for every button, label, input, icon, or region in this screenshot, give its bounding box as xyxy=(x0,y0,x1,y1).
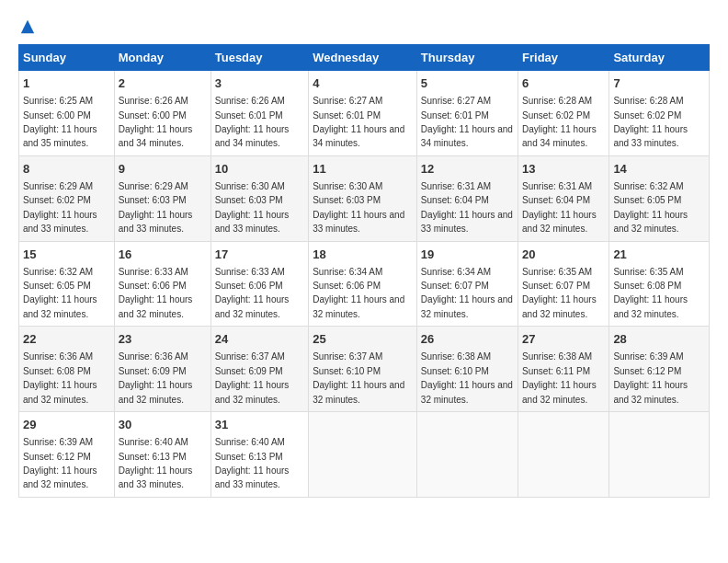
day-sunset: Sunset: 6:03 PM xyxy=(313,195,381,205)
day-number: 14 xyxy=(613,161,705,178)
day-sunrise: Sunrise: 6:33 AM xyxy=(215,267,285,277)
day-number: 6 xyxy=(522,75,605,92)
day-sunrise: Sunrise: 6:35 AM xyxy=(522,267,592,277)
day-daylight: Daylight: 11 hours and 32 minutes. xyxy=(613,380,688,404)
day-number: 9 xyxy=(119,161,207,178)
day-daylight: Daylight: 11 hours and 33 minutes. xyxy=(23,210,97,234)
day-daylight: Daylight: 11 hours and 32 minutes. xyxy=(421,294,513,318)
calendar-cell: 31Sunrise: 6:40 AMSunset: 6:13 PMDayligh… xyxy=(210,412,308,498)
day-number: 26 xyxy=(421,331,514,348)
col-header-tuesday: Tuesday xyxy=(210,45,308,71)
calendar-cell: 2Sunrise: 6:26 AMSunset: 6:00 PMDaylight… xyxy=(114,71,210,156)
calendar-row: 8Sunrise: 6:29 AMSunset: 6:02 PMDaylight… xyxy=(19,155,710,241)
calendar-cell: 13Sunrise: 6:31 AMSunset: 6:04 PMDayligh… xyxy=(518,155,609,241)
day-daylight: Daylight: 11 hours and 32 minutes. xyxy=(119,380,193,404)
calendar-cell: 10Sunrise: 6:30 AMSunset: 6:03 PMDayligh… xyxy=(210,155,308,241)
calendar-cell: 26Sunrise: 6:38 AMSunset: 6:10 PMDayligh… xyxy=(416,327,518,412)
day-number: 4 xyxy=(313,75,413,92)
day-sunrise: Sunrise: 6:32 AM xyxy=(613,181,683,191)
calendar-cell: 17Sunrise: 6:33 AMSunset: 6:06 PMDayligh… xyxy=(210,241,308,327)
calendar-row: 1Sunrise: 6:25 AMSunset: 6:00 PMDaylight… xyxy=(19,71,710,156)
day-sunset: Sunset: 6:06 PM xyxy=(215,281,283,291)
day-daylight: Daylight: 11 hours and 33 minutes. xyxy=(215,465,290,489)
day-number: 8 xyxy=(23,161,110,178)
day-sunset: Sunset: 6:00 PM xyxy=(119,110,187,121)
day-sunset: Sunset: 6:03 PM xyxy=(215,195,283,205)
day-daylight: Daylight: 11 hours and 33 minutes. xyxy=(313,210,404,234)
day-sunrise: Sunrise: 6:36 AM xyxy=(23,351,93,362)
day-daylight: Daylight: 11 hours and 32 minutes. xyxy=(23,465,97,489)
calendar-cell: 22Sunrise: 6:36 AMSunset: 6:08 PMDayligh… xyxy=(19,327,115,412)
calendar-row: 29Sunrise: 6:39 AMSunset: 6:12 PMDayligh… xyxy=(19,412,710,498)
day-sunset: Sunset: 6:00 PM xyxy=(23,110,91,121)
day-sunset: Sunset: 6:09 PM xyxy=(215,366,283,376)
day-sunset: Sunset: 6:13 PM xyxy=(215,452,283,462)
day-sunrise: Sunrise: 6:25 AM xyxy=(23,96,93,106)
calendar-cell: 14Sunrise: 6:32 AMSunset: 6:05 PMDayligh… xyxy=(609,155,710,241)
day-sunrise: Sunrise: 6:33 AM xyxy=(119,267,188,277)
calendar-row: 15Sunrise: 6:32 AMSunset: 6:05 PMDayligh… xyxy=(19,241,710,327)
day-sunset: Sunset: 6:07 PM xyxy=(421,281,489,291)
day-sunrise: Sunrise: 6:38 AM xyxy=(421,351,491,362)
day-sunset: Sunset: 6:01 PM xyxy=(421,110,489,121)
day-sunrise: Sunrise: 6:39 AM xyxy=(23,437,93,447)
col-header-friday: Friday xyxy=(518,45,609,71)
day-number: 10 xyxy=(215,161,304,178)
day-sunrise: Sunrise: 6:40 AM xyxy=(215,437,285,447)
day-sunset: Sunset: 6:02 PM xyxy=(23,195,91,205)
day-number: 15 xyxy=(23,247,110,263)
calendar-cell: 7Sunrise: 6:28 AMSunset: 6:02 PMDaylight… xyxy=(609,71,710,156)
day-sunset: Sunset: 6:06 PM xyxy=(313,281,381,291)
day-daylight: Daylight: 11 hours and 34 minutes. xyxy=(119,124,193,148)
day-sunset: Sunset: 6:01 PM xyxy=(313,110,381,121)
day-daylight: Daylight: 11 hours and 32 minutes. xyxy=(313,380,404,404)
day-sunset: Sunset: 6:09 PM xyxy=(119,366,187,376)
calendar-cell: 23Sunrise: 6:36 AMSunset: 6:09 PMDayligh… xyxy=(114,327,210,412)
day-daylight: Daylight: 11 hours and 34 minutes. xyxy=(421,124,513,148)
day-sunrise: Sunrise: 6:34 AM xyxy=(313,267,382,277)
day-daylight: Daylight: 11 hours and 33 minutes. xyxy=(119,210,193,234)
day-daylight: Daylight: 11 hours and 32 minutes. xyxy=(215,380,290,404)
day-daylight: Daylight: 11 hours and 32 minutes. xyxy=(522,294,597,318)
day-number: 24 xyxy=(215,331,304,348)
day-number: 30 xyxy=(119,417,207,433)
col-header-saturday: Saturday xyxy=(609,45,710,71)
day-daylight: Daylight: 11 hours and 32 minutes. xyxy=(215,294,290,318)
logo xyxy=(18,18,37,35)
day-sunset: Sunset: 6:06 PM xyxy=(119,281,187,291)
day-sunrise: Sunrise: 6:36 AM xyxy=(119,351,188,362)
day-sunset: Sunset: 6:11 PM xyxy=(522,366,590,376)
calendar-cell: 21Sunrise: 6:35 AMSunset: 6:08 PMDayligh… xyxy=(609,241,710,327)
day-sunrise: Sunrise: 6:27 AM xyxy=(421,96,491,106)
day-daylight: Daylight: 11 hours and 32 minutes. xyxy=(23,380,97,404)
calendar-cell: 28Sunrise: 6:39 AMSunset: 6:12 PMDayligh… xyxy=(609,327,710,412)
day-sunrise: Sunrise: 6:37 AM xyxy=(313,351,382,362)
calendar-table: SundayMondayTuesdayWednesdayThursdayFrid… xyxy=(18,44,710,498)
day-number: 11 xyxy=(313,161,413,178)
calendar-cell: 16Sunrise: 6:33 AMSunset: 6:06 PMDayligh… xyxy=(114,241,210,327)
calendar-cell xyxy=(518,412,609,498)
calendar-cell: 8Sunrise: 6:29 AMSunset: 6:02 PMDaylight… xyxy=(19,155,115,241)
day-number: 13 xyxy=(522,161,605,178)
day-number: 19 xyxy=(421,247,514,263)
day-sunrise: Sunrise: 6:31 AM xyxy=(421,181,491,191)
day-sunset: Sunset: 6:08 PM xyxy=(613,281,681,291)
day-sunrise: Sunrise: 6:32 AM xyxy=(23,267,93,277)
day-daylight: Daylight: 11 hours and 32 minutes. xyxy=(23,294,97,318)
day-number: 23 xyxy=(119,331,207,348)
calendar-cell xyxy=(416,412,518,498)
day-number: 25 xyxy=(313,331,413,348)
day-number: 18 xyxy=(313,247,413,263)
day-daylight: Daylight: 11 hours and 33 minutes. xyxy=(215,210,290,234)
day-sunset: Sunset: 6:05 PM xyxy=(23,281,91,291)
day-sunrise: Sunrise: 6:34 AM xyxy=(421,267,491,277)
page-header xyxy=(18,18,710,35)
calendar-cell: 1Sunrise: 6:25 AMSunset: 6:00 PMDaylight… xyxy=(19,71,115,156)
calendar-cell: 29Sunrise: 6:39 AMSunset: 6:12 PMDayligh… xyxy=(19,412,115,498)
day-sunrise: Sunrise: 6:26 AM xyxy=(215,96,285,106)
calendar-cell: 25Sunrise: 6:37 AMSunset: 6:10 PMDayligh… xyxy=(309,327,417,412)
day-sunset: Sunset: 6:04 PM xyxy=(421,195,489,205)
day-daylight: Daylight: 11 hours and 32 minutes. xyxy=(613,210,688,234)
calendar-row: 22Sunrise: 6:36 AMSunset: 6:08 PMDayligh… xyxy=(19,327,710,412)
day-sunrise: Sunrise: 6:35 AM xyxy=(613,267,683,277)
